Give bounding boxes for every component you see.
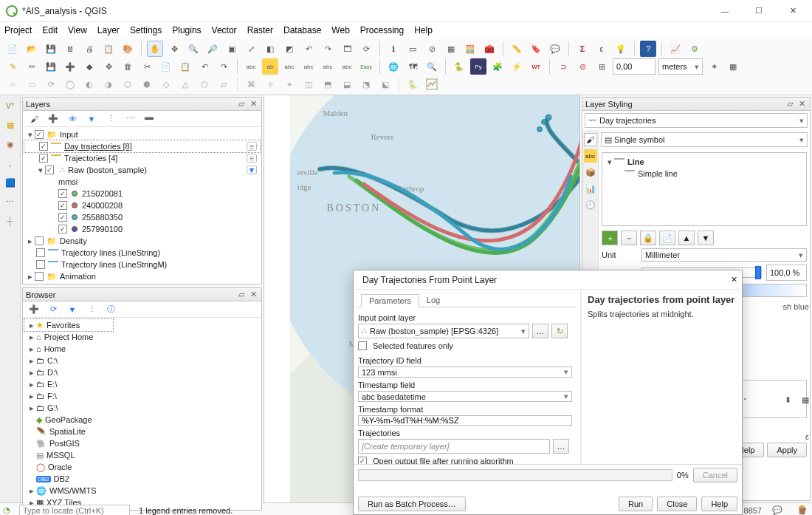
zoom-native-icon[interactable]: ▣ bbox=[224, 41, 240, 57]
bi6[interactable]: F:\ bbox=[47, 392, 57, 400]
group-input[interactable]: Input bbox=[60, 130, 78, 139]
close-button[interactable]: ✕ bbox=[782, 4, 803, 18]
layer-visibility-icon[interactable]: 👁 bbox=[64, 111, 80, 127]
label-abc-icon[interactable]: abc bbox=[243, 58, 259, 75]
zoom-full-icon[interactable]: ⤢ bbox=[243, 41, 259, 57]
opacity-spinner[interactable]: 100,0 % bbox=[766, 265, 807, 281]
datavis-icon[interactable]: 📈 bbox=[667, 41, 684, 57]
crosshair-icon[interactable]: ┼ bbox=[3, 214, 18, 228]
pan-to-selection-icon[interactable]: ✥ bbox=[166, 41, 182, 57]
vertex-tool-icon[interactable]: ◆ bbox=[81, 58, 97, 75]
osm-search-icon[interactable]: 🔍 bbox=[424, 58, 440, 75]
zoom-out-icon[interactable]: 🔎 bbox=[204, 41, 221, 57]
symbol-tree[interactable]: ▾Line Simple line bbox=[602, 152, 807, 226]
save-as-icon[interactable]: 🗎 bbox=[62, 41, 78, 57]
identify-icon[interactable]: ℹ bbox=[385, 41, 402, 57]
minimize-button[interactable]: — bbox=[715, 4, 735, 18]
save-edits-icon[interactable]: 💾 bbox=[43, 58, 59, 75]
menu-settings[interactable]: Settings bbox=[130, 25, 162, 35]
menu-processing[interactable]: Processing bbox=[360, 25, 404, 35]
digitize-10-icon[interactable]: △ bbox=[177, 76, 193, 92]
filter-badge-icon[interactable]: ▼ bbox=[247, 166, 257, 174]
add-feature-icon[interactable]: ➕ bbox=[62, 58, 78, 75]
menu-plugins[interactable]: Plugins bbox=[172, 25, 201, 35]
label-rotate-icon[interactable]: abc bbox=[320, 58, 336, 75]
expression-icon[interactable]: ε bbox=[593, 41, 610, 57]
layer-tl1[interactable]: Trajectory lines (LineString) bbox=[61, 248, 160, 257]
browser-add-icon[interactable]: ➕ bbox=[26, 301, 42, 318]
bookmarks-icon[interactable]: 🔖 bbox=[528, 41, 544, 57]
diagram-tab-icon[interactable]: 📊 bbox=[584, 182, 597, 195]
bi9[interactable]: SpatiaLite bbox=[49, 427, 86, 436]
menu-raster[interactable]: Raster bbox=[247, 25, 273, 35]
digitize-9-icon[interactable]: ◇ bbox=[158, 76, 174, 92]
text-annotation-icon[interactable]: 💬 bbox=[547, 41, 563, 57]
close-panel-icon[interactable]: ✕ bbox=[248, 290, 258, 300]
refresh-icon[interactable]: ⟳ bbox=[358, 41, 374, 57]
browse-button[interactable]: … bbox=[532, 324, 548, 338]
digitize-7-icon[interactable]: ⬡ bbox=[120, 76, 136, 92]
digitize-11-icon[interactable]: ⬠ bbox=[196, 76, 213, 92]
bi8[interactable]: GeoPackage bbox=[45, 415, 92, 424]
dialog-close-icon[interactable]: ✕ bbox=[731, 275, 737, 284]
layer-remove-icon[interactable]: ➖ bbox=[141, 111, 157, 127]
symbol-child[interactable]: Simple line bbox=[638, 169, 678, 178]
add-csv-icon[interactable]: , bbox=[3, 156, 18, 171]
menu-view[interactable]: View bbox=[68, 25, 87, 35]
move-up-button[interactable]: ▲ bbox=[678, 231, 695, 245]
3d-tab-icon[interactable]: 📦 bbox=[584, 166, 597, 179]
copy-icon[interactable]: 📄 bbox=[158, 58, 174, 75]
snap-settings-icon[interactable]: ⊞ bbox=[593, 58, 610, 75]
bi14[interactable]: WMS/WMTS bbox=[49, 486, 97, 495]
open-project-icon[interactable]: 📂 bbox=[24, 41, 40, 57]
spin-partial[interactable]: ⬍ bbox=[785, 395, 791, 405]
messages-icon[interactable]: 💬 bbox=[772, 505, 782, 515]
layer-badge-icon[interactable]: ≡ bbox=[247, 154, 257, 163]
undo-icon[interactable]: ↶ bbox=[196, 58, 213, 75]
run-batch-button[interactable]: Run as Batch Process… bbox=[358, 497, 466, 511]
digitize-3-icon[interactable]: ⟳ bbox=[43, 76, 59, 92]
close-panel-icon[interactable]: ✕ bbox=[796, 99, 807, 109]
id-field-select[interactable]: 123 mmsi▾ bbox=[358, 366, 572, 378]
layer-style-icon[interactable]: 🖌 bbox=[26, 111, 42, 127]
bi7[interactable]: G:\ bbox=[47, 403, 58, 412]
selected-features-checkbox[interactable] bbox=[358, 341, 367, 350]
label-pin-icon[interactable]: abc bbox=[339, 58, 355, 75]
add-raster-icon[interactable]: ▦ bbox=[3, 117, 18, 132]
move-feature-icon[interactable]: ✥ bbox=[100, 58, 117, 75]
layer-badge-icon[interactable]: ≡ bbox=[247, 142, 257, 151]
add-chip-icon[interactable]: 🟦 bbox=[3, 175, 18, 190]
grid-tool-icon[interactable]: ▦ bbox=[725, 58, 741, 75]
bi11[interactable]: MSSQL bbox=[47, 451, 75, 460]
menu-database[interactable]: Database bbox=[283, 25, 321, 35]
label-rule-icon[interactable]: abc bbox=[281, 58, 297, 75]
bi2[interactable]: Home bbox=[44, 344, 66, 353]
log-icon[interactable]: 🪵 bbox=[797, 505, 808, 515]
layer-raw[interactable]: Raw (boston_sample) bbox=[68, 166, 147, 174]
zoom-in-icon[interactable]: 🔍 bbox=[185, 41, 202, 57]
symbol-root[interactable]: Line bbox=[627, 157, 644, 166]
py-run-icon[interactable]: 🐍 bbox=[405, 76, 421, 92]
tips-icon[interactable]: 💡 bbox=[613, 41, 629, 57]
coord-input[interactable]: 0,00 bbox=[613, 58, 656, 75]
redo-icon[interactable]: ↷ bbox=[216, 58, 232, 75]
zoom-next-icon[interactable]: ↷ bbox=[320, 41, 336, 57]
undock-icon[interactable]: ▱ bbox=[785, 99, 795, 109]
group-animation[interactable]: Animation bbox=[60, 272, 96, 281]
dup-symbol-layer-button[interactable]: 📄 bbox=[659, 231, 675, 245]
python-icon[interactable]: 🐍 bbox=[451, 58, 467, 75]
adv-8-icon[interactable]: ⬕ bbox=[377, 76, 393, 92]
menu-vector[interactable]: Vector bbox=[212, 25, 237, 35]
help-button[interactable]: Help bbox=[701, 497, 737, 511]
zoom-last-icon[interactable]: ↶ bbox=[300, 41, 317, 57]
layer-expand-icon[interactable]: ⋮ bbox=[103, 111, 119, 127]
ts-format-input[interactable] bbox=[358, 415, 572, 426]
digitize-5-icon[interactable]: ◐ bbox=[81, 76, 97, 92]
sigma-icon[interactable]: Σ bbox=[574, 41, 591, 57]
toolbox-icon[interactable]: 🧰 bbox=[481, 41, 498, 57]
menu-edit[interactable]: Edit bbox=[42, 25, 58, 35]
layer-add-group-icon[interactable]: ➕ bbox=[45, 111, 61, 127]
mmsi-3[interactable]: 257990100 bbox=[82, 225, 123, 233]
osm-icon[interactable]: 🗺 bbox=[405, 58, 421, 75]
digitize-12-icon[interactable]: ▱ bbox=[216, 76, 232, 92]
